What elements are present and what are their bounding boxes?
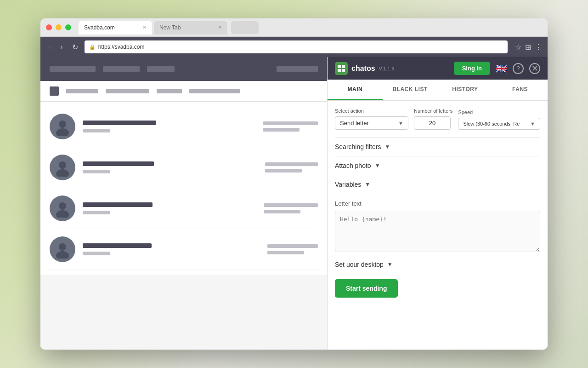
ext-logo: chatos V.1.1.6	[335, 62, 394, 75]
ext-version: V.1.1.6	[379, 66, 395, 71]
user-info	[83, 202, 256, 214]
tab-main[interactable]: MAIN	[328, 80, 383, 100]
variables-row[interactable]: Variables ▼	[335, 175, 540, 194]
form-row-actions: Select action Send letter ▼ Number of le…	[335, 108, 540, 130]
user-detail-bar	[83, 170, 110, 173]
select-action-value: Send letter	[340, 120, 369, 126]
extra-bar-1	[265, 162, 318, 166]
address-text: https://svadba.com	[98, 44, 145, 50]
help-button[interactable]: ?	[513, 63, 524, 74]
speed-label: Speed	[458, 109, 540, 115]
variables-caret-icon: ▼	[365, 181, 370, 188]
website-panel	[40, 57, 327, 350]
tab-svadba[interactable]: Svadba.com ✕	[79, 21, 152, 34]
tab-fans[interactable]: FANS	[492, 80, 548, 100]
table-row	[50, 147, 318, 188]
tab-newtab-close[interactable]: ✕	[218, 24, 222, 30]
site-logo-bar	[50, 66, 96, 72]
sub-bar-4	[189, 89, 240, 93]
ext-logo-icon	[335, 62, 348, 75]
extensions-icon[interactable]: ⊞	[525, 43, 531, 52]
user-name-bar	[83, 121, 156, 125]
back-button[interactable]: ‹	[46, 41, 54, 53]
number-letters-group: Number of letters	[414, 108, 452, 130]
sub-bar-3	[157, 89, 182, 93]
select-action-arrow-icon: ▼	[398, 121, 403, 126]
menu-icon[interactable]: ⋮	[535, 43, 542, 52]
tab-svadba-close[interactable]: ✕	[142, 24, 147, 30]
select-action-label: Select action	[335, 108, 408, 114]
speed-value: Slow (30-60 seconds. Re	[463, 121, 520, 126]
svg-point-6	[59, 243, 66, 251]
ext-header: chatos V.1.1.6 Sing in 🇬🇧 ? ✕	[328, 57, 548, 80]
svg-rect-9	[342, 65, 345, 68]
close-button[interactable]: ✕	[529, 63, 540, 74]
content-area: chatos V.1.1.6 Sing in 🇬🇧 ? ✕ MAIN BLACK…	[40, 57, 548, 350]
extension-panel: chatos V.1.1.6 Sing in 🇬🇧 ? ✕ MAIN BLACK…	[327, 57, 548, 350]
signin-button[interactable]: Sing in	[454, 62, 490, 75]
tab-newtab-label: New Tab	[159, 24, 181, 31]
number-letters-input[interactable]	[414, 116, 451, 130]
svg-rect-11	[342, 69, 345, 72]
tab-newtab[interactable]: New Tab ✕	[154, 21, 227, 34]
extra-bar-2	[264, 210, 300, 213]
user-name-bar	[83, 243, 152, 248]
start-sending-button[interactable]: Start sending	[335, 279, 398, 298]
ext-app-name: chatos	[351, 64, 375, 73]
svg-rect-10	[338, 69, 341, 72]
sub-bar-1	[66, 89, 98, 93]
attach-photo-label: Attach photo	[335, 162, 371, 169]
ext-tabs: MAIN BLACK LIST HISTORY FANS	[328, 80, 548, 101]
navbar: ‹ › ↻ 🔒 https://svadba.com ☆ ⊞ ⋮	[40, 37, 548, 57]
table-row	[50, 188, 318, 229]
user-info	[83, 243, 260, 255]
set-desktop-caret-icon: ▼	[387, 261, 393, 268]
tab-bar: Svadba.com ✕ New Tab ✕	[79, 21, 542, 34]
new-tab-btn[interactable]	[231, 21, 259, 34]
maximize-button[interactable]	[65, 24, 71, 30]
speed-arrow-icon: ▼	[530, 121, 535, 126]
user-name-bar	[83, 202, 153, 207]
tab-svadba-label: Svadba.com	[84, 24, 115, 31]
svg-point-7	[56, 251, 69, 259]
user-extra	[264, 203, 318, 213]
searching-filters-row[interactable]: Searching filters ▼	[335, 137, 540, 156]
site-nav-bar-1	[103, 66, 140, 72]
svg-point-3	[56, 169, 69, 177]
forward-button[interactable]: ›	[57, 41, 65, 53]
set-desktop-label: Set uour desktop	[335, 261, 384, 268]
browser-window: Svadba.com ✕ New Tab ✕ ‹ › ↻ 🔒 https://s…	[40, 18, 548, 350]
site-subheader	[40, 81, 327, 102]
minimize-button[interactable]	[56, 24, 62, 30]
address-bar[interactable]: 🔒 https://svadba.com	[85, 40, 508, 53]
speed-dropdown[interactable]: Slow (30-60 seconds. Re ▼	[458, 118, 540, 130]
svg-point-1	[56, 128, 69, 136]
sub-bar-2	[106, 89, 149, 93]
close-button[interactable]	[46, 24, 52, 30]
user-extra	[265, 162, 318, 172]
letter-textarea[interactable]	[335, 211, 540, 252]
table-row	[50, 106, 318, 147]
user-extra	[267, 244, 318, 254]
searching-filters-caret-icon: ▼	[384, 144, 390, 150]
set-desktop-row[interactable]: Set uour desktop ▼	[335, 256, 540, 273]
user-detail-bar	[83, 252, 110, 255]
extra-bar-2	[263, 128, 300, 132]
select-action-group: Select action Send letter ▼	[335, 108, 408, 130]
svg-point-2	[59, 161, 66, 169]
site-nav-bar-3	[277, 66, 318, 72]
site-nav-bar-2	[147, 66, 175, 72]
ext-body: Select action Send letter ▼ Number of le…	[328, 101, 548, 350]
bookmark-icon[interactable]: ☆	[515, 43, 521, 52]
tab-history[interactable]: HISTORY	[438, 80, 493, 100]
language-flag[interactable]: 🇬🇧	[496, 63, 507, 74]
site-sub-square	[50, 86, 59, 96]
attach-photo-row[interactable]: Attach photo ▼	[335, 156, 540, 175]
tab-blacklist[interactable]: BLACK LIST	[383, 80, 438, 100]
select-action-dropdown[interactable]: Send letter ▼	[335, 116, 408, 130]
user-detail-bar	[83, 129, 110, 132]
svg-point-5	[56, 210, 69, 218]
reload-button[interactable]: ↻	[69, 41, 81, 53]
avatar	[50, 196, 75, 221]
svg-point-4	[59, 202, 66, 210]
